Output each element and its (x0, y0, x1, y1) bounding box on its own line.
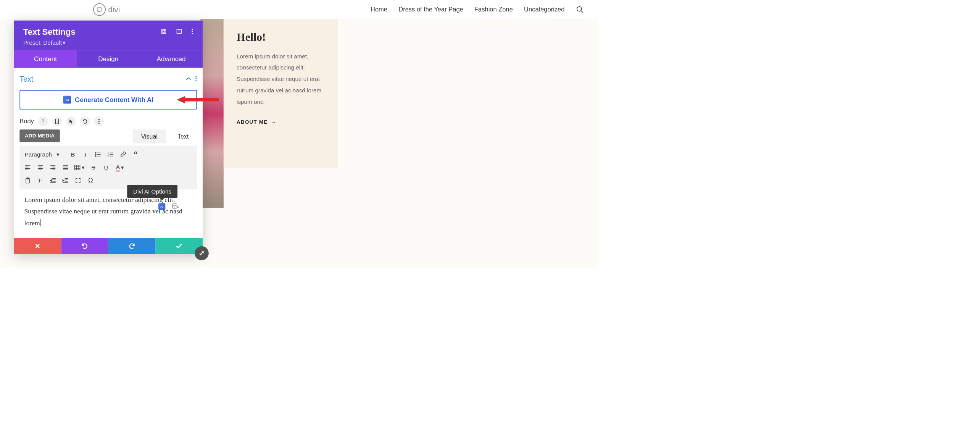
svg-point-67 (172, 203, 177, 205)
indent-icon[interactable] (60, 176, 71, 186)
section-title-text: Text (19, 75, 33, 84)
dress-image (200, 19, 224, 208)
nav-uncategorized[interactable]: Uncategorized (524, 6, 564, 13)
align-center-icon[interactable] (34, 162, 46, 173)
svg-point-0 (577, 6, 582, 11)
hello-paragraph: Lorem ipsum dolor sit amet, consectetur … (237, 50, 325, 107)
tab-design[interactable]: Design (77, 50, 140, 68)
svg-text:3: 3 (108, 155, 109, 157)
editor-tab-visual[interactable]: Visual (133, 129, 166, 143)
search-icon[interactable] (576, 5, 584, 14)
hello-box: Hello! Lorem ipsum dolor sit amet, conse… (224, 19, 338, 168)
chevron-up-icon[interactable] (186, 77, 191, 81)
svg-rect-53 (27, 178, 29, 179)
svg-marker-63 (63, 180, 64, 182)
align-justify-icon[interactable] (60, 162, 71, 173)
ai-inline-icon[interactable]: AI (158, 203, 165, 210)
nav-fashion-zone[interactable]: Fashion Zone (474, 6, 513, 13)
svg-point-7 (192, 31, 193, 32)
svg-point-16 (98, 119, 100, 120)
logo-text: divi (108, 5, 120, 14)
columns-icon[interactable] (176, 28, 182, 35)
underline-icon[interactable]: U (100, 162, 112, 173)
link-icon[interactable] (118, 149, 129, 160)
body-more-icon[interactable] (94, 116, 104, 126)
clear-formatting-icon[interactable]: T× (34, 176, 46, 186)
panel-tabs: Content Design Advanced (14, 50, 203, 68)
section-more-icon[interactable] (195, 76, 197, 82)
svg-point-10 (195, 78, 197, 79)
svg-line-1 (581, 10, 583, 12)
paste-icon[interactable] (22, 176, 34, 186)
generate-with-ai-button[interactable]: AI Generate Content With AI (19, 90, 197, 110)
format-select[interactable]: Paragraph ▾ (22, 150, 66, 159)
bold-icon[interactable]: B (67, 149, 79, 160)
tab-content[interactable]: Content (14, 50, 77, 68)
text-section: Text AI Generate Content With AI Body ? (14, 68, 203, 238)
generate-with-ai-label: Generate Content With AI (75, 96, 153, 103)
site-logo[interactable]: D divi (93, 3, 120, 16)
italic-icon[interactable]: I (80, 149, 92, 160)
about-me-label: ABOUT ME (237, 119, 268, 125)
special-char-icon[interactable]: Ω (85, 176, 97, 186)
svg-point-6 (192, 29, 193, 30)
strikethrough-icon[interactable]: S (87, 162, 99, 173)
undo-button[interactable] (61, 238, 108, 254)
panel-title: Text Settings (23, 27, 75, 37)
align-left-icon[interactable] (22, 162, 34, 173)
outdent-icon[interactable] (47, 176, 59, 186)
editor-text-content: Lorem ipsum dolor sit amet, consectetur … (24, 196, 182, 226)
table-icon[interactable]: ▾ (72, 162, 87, 173)
nav-home[interactable]: Home (371, 6, 387, 13)
body-label: Body (19, 118, 34, 125)
site-header: D divi Home Dress of the Year Page Fashi… (0, 0, 598, 19)
nav-dress-of-year[interactable]: Dress of the Year Page (398, 6, 463, 13)
editor-tab-text[interactable]: Text (169, 129, 197, 143)
svg-point-9 (195, 76, 197, 77)
chevron-down-icon: ▾ (56, 151, 60, 158)
bullet-list-icon[interactable] (92, 149, 104, 160)
undo-icon[interactable] (80, 116, 90, 126)
svg-marker-58 (50, 180, 52, 182)
svg-point-21 (95, 154, 96, 155)
logo-mark: D (93, 3, 106, 16)
add-media-button[interactable]: ADD MEDIA (19, 129, 60, 142)
cancel-button[interactable] (14, 238, 61, 254)
format-select-label: Paragraph (25, 151, 52, 158)
text-color-icon[interactable]: A▾ (113, 162, 127, 173)
main-nav: Home Dress of the Year Page Fashion Zone… (371, 5, 584, 14)
expand-view-icon[interactable] (161, 28, 167, 35)
svg-rect-3 (163, 31, 164, 32)
redo-button[interactable] (108, 238, 156, 254)
quote-icon[interactable]: “ (130, 149, 142, 160)
svg-point-23 (95, 156, 96, 157)
ai-badge-icon: AI (63, 96, 71, 104)
svg-marker-15 (69, 119, 73, 124)
fullscreen-icon[interactable] (72, 176, 84, 186)
svg-point-11 (195, 80, 197, 81)
svg-point-14 (57, 123, 57, 123)
mobile-icon[interactable] (52, 116, 62, 126)
more-icon[interactable] (192, 28, 193, 35)
arrow-right-icon: → (271, 119, 277, 125)
hello-title: Hello! (237, 31, 325, 44)
expand-panel-fab[interactable] (195, 246, 209, 260)
svg-point-18 (98, 123, 100, 124)
svg-marker-12 (177, 96, 219, 103)
svg-line-66 (200, 252, 203, 255)
numbered-list-icon[interactable]: 123 (105, 149, 117, 160)
align-right-icon[interactable] (47, 162, 59, 173)
text-cursor (40, 219, 42, 226)
panel-footer (14, 238, 203, 254)
cursor-icon[interactable] (66, 116, 76, 126)
preset-label: Preset: Default (23, 39, 62, 46)
preset-select[interactable]: Preset: Default ▾ (23, 39, 193, 46)
dynamic-content-icon[interactable] (172, 203, 179, 210)
callout-arrow-icon (177, 96, 219, 103)
about-me-link[interactable]: ABOUT ME → (237, 119, 277, 125)
help-icon[interactable]: ? (38, 116, 48, 126)
panel-header: Text Settings Preset: Default ▾ (14, 21, 203, 50)
svg-point-19 (95, 152, 96, 153)
svg-rect-2 (162, 29, 166, 34)
tab-advanced[interactable]: Advanced (140, 50, 203, 68)
